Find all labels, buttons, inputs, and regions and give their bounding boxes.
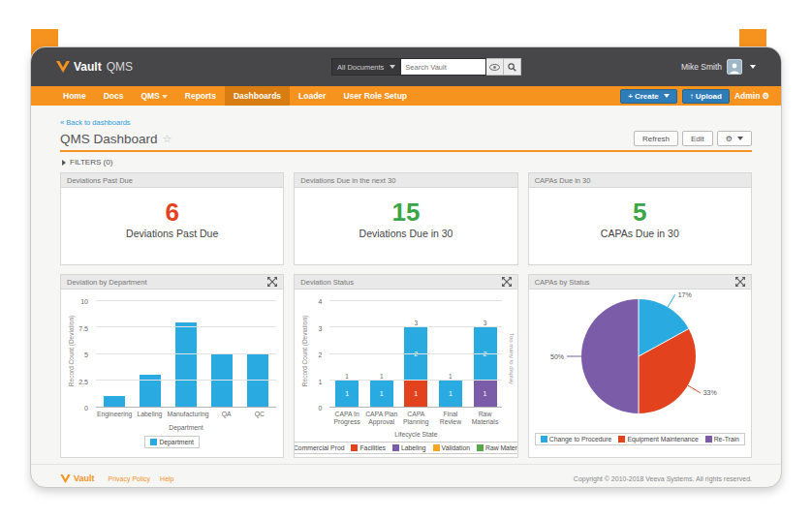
bar[interactable] [175,322,197,407]
expand-icon[interactable] [502,277,512,287]
user-menu[interactable]: Mike Smith [681,59,756,75]
kpi-body: 6Deviations Past Due [61,188,283,239]
chevron-down-icon [750,65,756,69]
legend-label: Raw Materials [485,444,518,451]
x-axis-categories: EngineeringLabelingManufacturingQAQC [96,411,276,418]
legend-item[interactable]: Re-Train [705,436,739,443]
x-axis-categories: CAPA In ProgressCAPA Plan ApprovalCAPA P… [329,411,502,426]
page: Vault QMS All Documents [0,0,812,519]
bar-total-label: 1 [449,373,453,380]
expand-icon[interactable] [735,277,745,287]
chart-card-header: Deviation by Department [61,275,283,290]
search-input[interactable] [401,58,486,76]
search-icon [508,63,516,72]
person-icon [729,62,740,74]
admin-label: Admin [734,91,760,101]
bar-total-label: 3 [415,320,419,326]
nav-item-home[interactable]: Home [54,86,95,106]
upload-button[interactable]: ↑ Upload [682,89,730,104]
favorite-star-icon[interactable]: ☆ [163,133,172,145]
search-bar: All Documents [331,58,521,76]
expand-icon[interactable] [267,277,277,287]
legend-item[interactable]: Change to Procedure [541,436,612,443]
create-button[interactable]: + Create [620,89,677,104]
y-axis-ticks: 02.557.510 [61,301,92,408]
topbar: Vault QMS All Documents [31,47,781,86]
edit-button[interactable]: Edit [682,131,713,146]
nav-item-qms[interactable]: QMS [132,86,175,106]
plus-icon: + [628,92,633,101]
chart-card-deviation-by-department: Deviation by Department Record Count (De… [60,274,284,458]
svg-text:33%: 33% [703,389,716,396]
product-name: QMS [107,60,133,74]
title-row: QMS Dashboard ☆ Refresh Edit ⚙ [60,131,752,152]
chart-title: Deviation by Department [67,275,147,290]
x-axis-label: Department [96,424,276,431]
legend-item[interactable]: Raw Materials [477,444,518,451]
vault-logo[interactable]: Vault QMS [56,60,133,74]
filters-toggle[interactable]: FILTERS (0) [60,152,752,172]
chart-title: CAPAs by Status [535,275,590,290]
advanced-search-button[interactable] [486,58,504,76]
settings-button[interactable]: ⚙ [717,131,752,146]
bar[interactable] [104,396,125,407]
chart-card-deviation-status: Deviation Status Record Count (Deviation… [294,274,517,458]
kpi-value[interactable]: 15 [295,198,516,227]
bar[interactable] [247,354,268,408]
nav-item-user-role-setup[interactable]: User Role Setup [334,86,416,106]
kpi-label: Deviations Past Due [61,228,283,239]
gear-icon: ⚙ [762,91,769,101]
kpi-card-header: Deviations Due in the next 30 [295,173,516,188]
refresh-button[interactable]: Refresh [634,131,678,146]
legend-item[interactable]: Facilities [351,444,385,451]
bar-chart: Record Count (Deviation) 02.557.510 Engi… [61,290,283,457]
bar[interactable] [211,354,233,408]
filters-label: FILTERS (0) [70,158,112,167]
kpi-value[interactable]: 6 [61,198,283,227]
legend-item[interactable]: Equipment Maintenance [618,436,698,443]
legend-label: Re-Train [714,436,739,443]
charts-row: Deviation by Department Record Count (De… [60,274,752,458]
admin-link[interactable]: Admin ⚙ [734,91,769,101]
search-scope-label: All Documents [337,63,384,72]
caret-right-icon [62,160,66,166]
footer-link-privacy-policy[interactable]: Privacy Policy [109,475,151,482]
legend-swatch [477,444,484,451]
bar-total-label: 1 [380,373,384,380]
stacked-bar[interactable]: 12 [404,327,427,408]
chevron-down-icon [162,95,168,99]
stacked-bar[interactable]: 1 [370,381,393,408]
footer-vault-logo[interactable]: Vault [60,473,95,483]
nav-item-docs[interactable]: Docs [95,86,133,106]
nav-item-reports[interactable]: Reports [176,86,225,106]
kpi-body: 5CAPAs Due in 30 [529,188,751,239]
gear-icon: ⚙ [726,135,733,143]
legend-label: Change to Procedure [549,436,612,443]
x-axis-label: Lifecycle State [329,431,502,438]
search-scope-dropdown[interactable]: All Documents [331,58,401,76]
legend-item[interactable]: Labeling [392,444,426,451]
vault-v-icon [60,474,71,483]
nav-items: HomeDocsQMSReportsDashboardsLoaderUser R… [54,86,416,106]
y-axis-ticks: 01234 [295,301,326,408]
title-actions: Refresh Edit ⚙ [634,131,752,146]
legend-item[interactable]: Validation [433,444,470,451]
content: « Back to dashboards QMS Dashboard ☆ Ref… [31,106,781,458]
stacked-bar[interactable]: 12 [474,327,497,408]
footer-link-help[interactable]: Help [160,475,173,482]
footer-links: Privacy PolicyHelp [109,475,174,482]
nav-item-dashboards[interactable]: Dashboards [225,86,290,106]
back-to-dashboards-link[interactable]: « Back to dashboards [60,118,131,127]
chart-card-header: Deviation Status [295,275,516,290]
kpi-value[interactable]: 5 [529,198,751,227]
legend-swatch [618,436,625,443]
search-submit-button[interactable] [504,58,521,76]
upload-button-label: Upload [696,92,722,101]
legend-item[interactable]: Department [150,439,194,445]
nav-item-loader[interactable]: Loader [290,86,334,106]
stacked-bar[interactable]: 1 [335,381,359,408]
footer: Vault Privacy PolicyHelp Copyright © 201… [31,464,781,488]
legend-item[interactable]: Commercial Prod [294,444,344,451]
stacked-bar[interactable]: 1 [439,381,462,408]
plot-area [96,301,276,408]
